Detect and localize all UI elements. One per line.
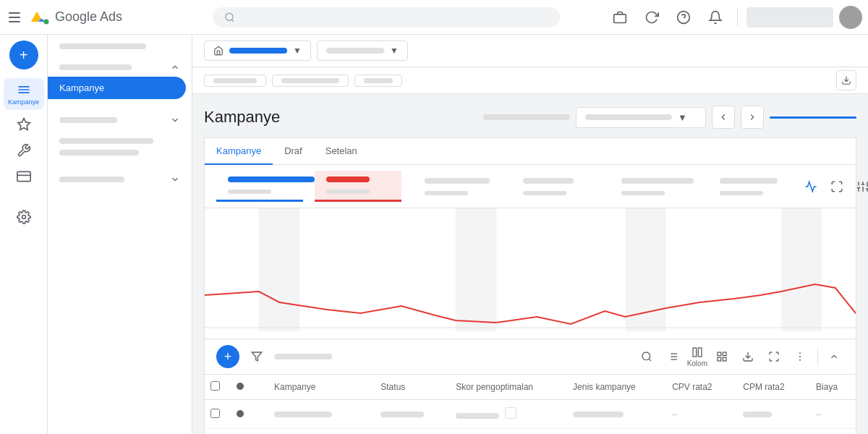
sidebar-item-campaigns[interactable]: Kampanye bbox=[4, 78, 44, 110]
briefcase-icon[interactable] bbox=[607, 4, 633, 30]
row-checkbox-cell bbox=[205, 400, 228, 429]
row-status-dot bbox=[228, 400, 265, 429]
header-campaign[interactable]: Kampanye bbox=[265, 375, 372, 400]
date-btn1[interactable] bbox=[204, 75, 266, 87]
more-options-icon[interactable] bbox=[788, 345, 812, 368]
sidebar-item-tools[interactable] bbox=[4, 139, 44, 162]
account-selector[interactable] bbox=[746, 7, 833, 27]
main-content: ▼ ▼ Kampanye bbox=[192, 35, 868, 434]
chevron-down-icon2 bbox=[170, 174, 180, 184]
filter-label-ph bbox=[274, 354, 332, 359]
svg-rect-32 bbox=[698, 348, 702, 357]
svg-rect-21 bbox=[781, 208, 822, 331]
search-table-icon[interactable] bbox=[635, 345, 658, 368]
table-area: + Kolom bbox=[204, 339, 856, 434]
header-opt-score[interactable]: Skor pengoptimalan bbox=[447, 375, 564, 400]
notifications-icon[interactable] bbox=[702, 4, 728, 30]
svg-rect-36 bbox=[723, 357, 726, 361]
left-panel-section3-header[interactable] bbox=[48, 170, 192, 189]
chevron-up-icon bbox=[170, 62, 180, 72]
metric-card-5[interactable] bbox=[610, 172, 697, 201]
metric-card-6[interactable] bbox=[708, 172, 795, 201]
header-cpv[interactable]: CPV rata2 bbox=[663, 375, 734, 400]
date-btn2[interactable] bbox=[272, 75, 349, 87]
metric-card-4[interactable] bbox=[511, 172, 598, 201]
svg-point-7 bbox=[22, 216, 25, 219]
left-panel: Kampanye bbox=[48, 35, 192, 434]
download-table-icon bbox=[742, 351, 754, 362]
tab-campaigns[interactable]: Kampanye bbox=[205, 138, 273, 165]
filter-icon-btn[interactable] bbox=[245, 345, 268, 368]
header-cpm[interactable]: CPM rata2 bbox=[734, 375, 807, 400]
columns-button[interactable]: Kolom bbox=[687, 346, 707, 367]
help-icon[interactable] bbox=[671, 4, 697, 30]
sidebar-item-goals[interactable] bbox=[4, 113, 44, 136]
metric-card-3[interactable] bbox=[413, 172, 500, 201]
expand-table-icon[interactable] bbox=[762, 345, 786, 368]
metric2-label bbox=[326, 176, 370, 182]
header-status bbox=[228, 375, 265, 400]
left-panel-section-header[interactable] bbox=[48, 58, 192, 77]
expand-icon bbox=[768, 351, 780, 362]
row-checkbox[interactable] bbox=[210, 409, 220, 418]
campaigns-table: Kampanye Status Skor pengoptimalan Jenis… bbox=[205, 375, 856, 434]
svg-rect-18 bbox=[259, 208, 299, 331]
line-chart bbox=[205, 208, 856, 339]
grid-icon[interactable] bbox=[710, 345, 733, 368]
metrics-select[interactable]: ▼ bbox=[576, 107, 706, 128]
export-icon[interactable] bbox=[736, 345, 760, 368]
svg-point-1 bbox=[225, 13, 232, 20]
search-input[interactable] bbox=[241, 12, 548, 23]
add-campaign-button[interactable]: + bbox=[216, 345, 239, 368]
main-layout: + Kampanye Kampan bbox=[0, 35, 868, 434]
filter-select[interactable]: ▼ bbox=[317, 41, 408, 61]
chevron-right-icon bbox=[747, 112, 757, 122]
next-button[interactable] bbox=[741, 106, 764, 129]
prev-button[interactable] bbox=[712, 106, 735, 129]
avatar[interactable] bbox=[839, 6, 862, 29]
refresh-icon[interactable] bbox=[639, 4, 665, 30]
row-cpm bbox=[734, 400, 807, 429]
search-box[interactable] bbox=[213, 7, 560, 27]
filter-settings-icon[interactable] bbox=[853, 176, 868, 197]
header-cost[interactable]: Biaya bbox=[807, 375, 856, 400]
tab-drafts[interactable]: Draf bbox=[273, 138, 314, 165]
topbar-left: Google Ads bbox=[6, 7, 165, 27]
header-campaign-type[interactable]: Jenis kampanye bbox=[564, 375, 663, 400]
rows-icon bbox=[667, 351, 678, 362]
scroll-up-button[interactable] bbox=[824, 346, 844, 367]
topbar: Google Ads bbox=[0, 0, 868, 35]
campaigns-icon bbox=[17, 82, 31, 97]
download-button[interactable] bbox=[836, 70, 856, 90]
create-button[interactable]: + bbox=[9, 41, 38, 69]
download-icon bbox=[841, 75, 851, 85]
list-view-icon[interactable] bbox=[661, 345, 684, 368]
account-select[interactable]: ▼ bbox=[204, 41, 311, 61]
chevron-down-icon5: ▼ bbox=[678, 112, 687, 123]
left-panel-item-campaigns[interactable]: Kampanye bbox=[48, 77, 186, 99]
sidebar-item-settings[interactable] bbox=[4, 205, 44, 229]
fullscreen-icon[interactable] bbox=[827, 176, 847, 197]
hamburger-menu[interactable] bbox=[6, 9, 23, 26]
metric-card-2[interactable] bbox=[315, 171, 401, 202]
svg-rect-33 bbox=[718, 352, 721, 356]
date-btn3[interactable] bbox=[354, 75, 402, 87]
svg-rect-5 bbox=[17, 171, 30, 181]
metric-card-1[interactable] bbox=[216, 171, 303, 202]
line-chart-icon[interactable] bbox=[801, 176, 821, 197]
section-controls: ▼ bbox=[483, 106, 856, 129]
page-title: Kampanye bbox=[204, 108, 280, 127]
row-cost: – bbox=[807, 400, 856, 429]
header-status-col[interactable]: Status bbox=[372, 375, 447, 400]
table-row: – – bbox=[205, 400, 856, 429]
sidebar-item-billing[interactable] bbox=[4, 165, 44, 188]
chart-area: Kampanye Draf Setelan bbox=[204, 137, 856, 339]
search-icon2 bbox=[641, 351, 652, 362]
columns-label: Kolom bbox=[687, 359, 707, 367]
select-all-checkbox[interactable] bbox=[210, 381, 220, 391]
topbar-search bbox=[165, 7, 607, 27]
left-panel-section2-header[interactable] bbox=[48, 111, 192, 129]
svg-rect-19 bbox=[456, 208, 496, 331]
table-header-row: Kampanye Status Skor pengoptimalan Jenis… bbox=[205, 375, 856, 400]
tab-settings[interactable]: Setelan bbox=[314, 138, 369, 165]
